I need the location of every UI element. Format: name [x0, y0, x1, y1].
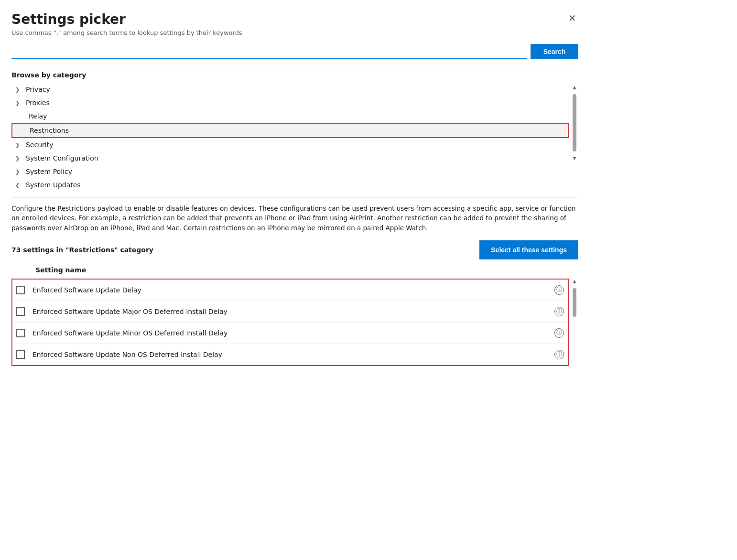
- category-label: Restrictions: [30, 127, 69, 134]
- category-label: System Policy: [26, 168, 72, 175]
- category-item-proxies[interactable]: ❯ Proxies: [11, 96, 569, 109]
- chevron-right-icon: ❯: [15, 142, 23, 148]
- description-text: Configure the Restrictions payload to en…: [11, 204, 578, 233]
- table-row: Enforced Software Update Non OS Deferred…: [12, 344, 568, 365]
- select-all-button[interactable]: Select all these settings: [479, 240, 578, 259]
- settings-scroll-up-arrow[interactable]: ▲: [572, 277, 577, 286]
- chevron-right-icon: ❯: [15, 155, 23, 162]
- category-item-restrictions[interactable]: Restrictions: [11, 123, 569, 138]
- setting-name-3: Enforced Software Update Minor OS Deferr…: [33, 329, 554, 337]
- category-item-relay[interactable]: Relay: [11, 109, 569, 123]
- scroll-up-arrow[interactable]: ▲: [572, 83, 577, 92]
- search-button[interactable]: Search: [531, 44, 578, 59]
- search-row: Search: [11, 44, 578, 59]
- category-list: ❯ Privacy ❯ Proxies Relay Restrictions ❯…: [11, 83, 569, 192]
- chevron-down-icon: ❮: [15, 182, 23, 188]
- info-icon-3[interactable]: ⓘ: [554, 328, 564, 338]
- search-input[interactable]: [11, 44, 527, 59]
- dialog-header: Settings picker ✕: [11, 11, 578, 27]
- setting-checkbox-4[interactable]: [16, 350, 25, 359]
- settings-count-row: 73 settings in "Restrictions" category S…: [11, 240, 578, 259]
- settings-picker-dialog: Settings picker ✕ Use commas "," among s…: [0, 0, 594, 526]
- middle-divider: [11, 197, 578, 198]
- category-label: System Configuration: [26, 154, 98, 162]
- settings-scrollbar[interactable]: ▲: [571, 277, 578, 319]
- settings-scroll-thumb[interactable]: [573, 288, 576, 317]
- category-list-wrapper: ❯ Privacy ❯ Proxies Relay Restrictions ❯…: [11, 83, 578, 192]
- settings-list-wrapper: Enforced Software Update Delay ⓘ Enforce…: [11, 277, 578, 366]
- dialog-title: Settings picker: [11, 11, 126, 27]
- category-item-system-configuration[interactable]: ❯ System Configuration: [11, 151, 569, 165]
- category-item-privacy[interactable]: ❯ Privacy: [11, 83, 569, 96]
- close-button[interactable]: ✕: [566, 11, 578, 25]
- category-label: Security: [26, 141, 54, 149]
- table-row: Enforced Software Update Delay ⓘ: [12, 280, 568, 301]
- info-icon-4[interactable]: ⓘ: [554, 350, 564, 359]
- category-label: Privacy: [26, 86, 50, 93]
- settings-count: 73 settings in "Restrictions" category: [11, 246, 153, 254]
- browse-category-label: Browse by category: [11, 71, 578, 79]
- setting-checkbox-1[interactable]: [16, 286, 25, 294]
- top-divider: [11, 67, 578, 67]
- category-label: System Updates: [26, 181, 81, 189]
- table-row: Enforced Software Update Minor OS Deferr…: [12, 323, 568, 344]
- category-label: Proxies: [26, 99, 50, 107]
- category-item-system-policy[interactable]: ❯ System Policy: [11, 165, 569, 178]
- scroll-thumb[interactable]: [573, 94, 576, 151]
- chevron-right-icon: ❯: [15, 100, 23, 106]
- settings-list: Enforced Software Update Delay ⓘ Enforce…: [11, 279, 569, 366]
- table-row: Enforced Software Update Major OS Deferr…: [12, 301, 568, 323]
- setting-name-1: Enforced Software Update Delay: [33, 286, 554, 294]
- column-header: Setting name: [11, 263, 578, 277]
- info-icon-2[interactable]: ⓘ: [554, 307, 564, 316]
- setting-name-2: Enforced Software Update Major OS Deferr…: [33, 308, 554, 315]
- category-item-security[interactable]: ❯ Security: [11, 138, 569, 151]
- setting-checkbox-3[interactable]: [16, 329, 25, 337]
- category-scrollbar[interactable]: ▲ ▼: [571, 83, 578, 192]
- category-label: Relay: [29, 112, 47, 120]
- setting-checkbox-2[interactable]: [16, 307, 25, 316]
- info-icon-1[interactable]: ⓘ: [554, 285, 564, 295]
- scroll-down-arrow[interactable]: ▼: [572, 153, 577, 163]
- chevron-right-icon: ❯: [15, 86, 23, 93]
- category-item-system-updates[interactable]: ❮ System Updates: [11, 178, 569, 192]
- dialog-subtitle: Use commas "," among search terms to loo…: [11, 29, 578, 36]
- setting-name-4: Enforced Software Update Non OS Deferred…: [33, 351, 554, 358]
- chevron-right-icon: ❯: [15, 169, 23, 175]
